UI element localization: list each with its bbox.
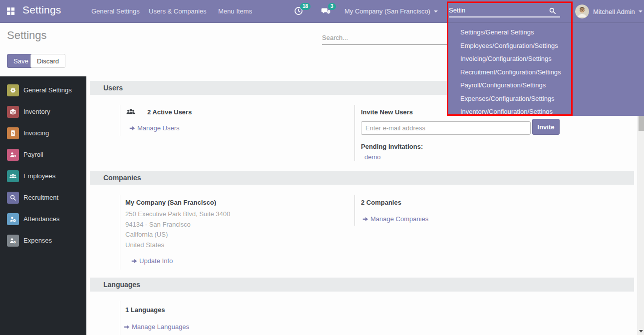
users-group-icon	[125, 107, 136, 119]
search-suggestion[interactable]: Employees/Configuration/Settings	[460, 39, 644, 53]
sidebar-item-label: Expenses	[23, 237, 52, 244]
sidebar-item-inventory[interactable]: Inventory	[0, 101, 86, 122]
avatar	[575, 4, 589, 18]
pending-invitation-user-link[interactable]: demo	[364, 153, 381, 161]
menu-users-companies[interactable]: Users & Companies	[149, 7, 207, 15]
sidebar-item-expenses[interactable]: $ Expenses	[0, 230, 86, 251]
search-input-underline	[449, 16, 560, 17]
invite-email-input[interactable]	[361, 121, 531, 135]
sidebar-item-label: Attendances	[23, 215, 59, 223]
people-icon	[7, 170, 19, 182]
menu-search-dropdown: Settings/General Settings Employees/Conf…	[447, 23, 644, 116]
sidebar-item-employees[interactable]: Employees	[0, 165, 86, 187]
arrow-right-icon	[362, 216, 368, 222]
sidebar-item-label: Recruitment	[23, 194, 58, 201]
svg-text:$: $	[13, 240, 16, 244]
page-title: Settings	[7, 29, 47, 42]
search-suggestion[interactable]: Expenses/Configuration/Settings	[460, 92, 644, 106]
company-info-box: My Company (San Francisco) 250 Executive…	[120, 195, 334, 270]
svg-text:$: $	[12, 131, 14, 135]
manage-languages-link[interactable]: Manage Languages	[124, 323, 189, 331]
sidebar-item-label: Payroll	[23, 151, 43, 158]
person-dollar-icon: $	[7, 235, 19, 247]
section-header-languages: Languages	[90, 278, 634, 292]
sidebar-item-general-settings[interactable]: General Settings	[0, 79, 86, 101]
menu-search-input[interactable]	[449, 3, 546, 16]
company-address-line: 250 Executive Park Blvd, Suite 3400	[125, 210, 230, 218]
sidebar-item-payroll[interactable]: $ Payroll	[0, 144, 86, 165]
search-suggestion[interactable]: Payroll/Configuration/Settings	[460, 79, 644, 92]
search-suggestion[interactable]: Invoicing/Configuration/Settings	[460, 52, 644, 66]
pending-invitations-label: Pending Invitations:	[361, 143, 423, 150]
scrollbar-down-arrow-icon[interactable]	[639, 330, 643, 333]
odoo-settings-screen: Settings General Settings Users & Compan…	[0, 0, 644, 335]
company-switcher-label: My Company (San Francisco)	[344, 7, 430, 15]
magnifier-icon	[7, 192, 19, 204]
languages-count: 1 Languages	[125, 306, 165, 314]
chevron-down-icon	[434, 10, 438, 12]
arrow-right-icon	[124, 324, 130, 330]
sidebar-item-label: Inventory	[23, 108, 50, 115]
manage-companies-link[interactable]: Manage Companies	[362, 215, 428, 223]
payroll-icon: $	[7, 149, 19, 161]
app-title[interactable]: Settings	[22, 4, 61, 16]
person-clock-icon	[7, 213, 19, 225]
pending-user-label: demo	[364, 153, 381, 161]
company-address-line: 94134 - San Francisco	[125, 221, 191, 228]
chevron-down-icon	[639, 10, 643, 12]
sidebar-item-attendances[interactable]: Attendances	[0, 208, 86, 230]
message-count-badge: 3	[328, 3, 336, 10]
active-users-count: 2 Active Users	[147, 108, 192, 116]
svg-text:$: $	[14, 155, 15, 157]
arrow-right-icon	[131, 258, 137, 264]
search-suggestion[interactable]: Settings/General Settings	[460, 26, 644, 39]
activity-count-badge: 18	[300, 3, 311, 10]
user-name: Mitchell Admin	[593, 8, 635, 15]
search-suggestion[interactable]: Inventory/Configuration/Settings	[460, 105, 644, 119]
languages-box: 1 Languages Manage Languages	[120, 301, 334, 335]
apps-grid-icon[interactable]	[6, 7, 15, 16]
invite-button[interactable]: Invite	[532, 119, 560, 135]
companies-count-box: 2 Companies Manage Companies	[354, 195, 569, 226]
sidebar-item-invoicing[interactable]: $ Invoicing	[0, 122, 86, 144]
update-info-label: Update Info	[139, 257, 173, 265]
top-navbar: Settings General Settings Users & Compan…	[0, 0, 644, 23]
manage-users-label: Manage Users	[137, 124, 180, 132]
search-suggestion[interactable]: Recruitment/Configuration/Settings	[460, 66, 644, 79]
sidebar-item-recruitment[interactable]: Recruitment	[0, 187, 86, 208]
sidebar-item-label: Employees	[23, 172, 55, 180]
user-menu[interactable]: Mitchell Admin	[575, 4, 643, 18]
invite-new-users-label: Invite New Users	[361, 108, 413, 116]
update-info-link[interactable]: Update Info	[131, 257, 173, 265]
gear-icon	[7, 84, 19, 96]
sidebar-item-label: Invoicing	[23, 129, 49, 137]
manage-languages-label: Manage Languages	[132, 323, 189, 331]
box-icon	[7, 106, 19, 118]
manage-users-link[interactable]: Manage Users	[129, 124, 180, 132]
invoice-icon: $	[7, 127, 19, 139]
manage-companies-label: Manage Companies	[370, 215, 428, 223]
arrow-right-icon	[129, 125, 135, 131]
active-users-box: 2 Active Users Manage Users	[120, 105, 334, 136]
discard-button[interactable]: Discard	[30, 54, 65, 68]
company-address-line: United States	[125, 241, 164, 249]
company-name: My Company (San Francisco)	[125, 199, 216, 206]
section-title: Companies	[103, 171, 141, 185]
menu-general-settings[interactable]: General Settings	[91, 7, 140, 15]
company-address-line: California (US)	[125, 231, 168, 238]
company-switcher[interactable]: My Company (San Francisco)	[344, 7, 438, 15]
settings-sidebar: General Settings Inventory $ Invoicing $…	[0, 76, 86, 335]
search-icon[interactable]	[548, 6, 557, 17]
menu-menu-items[interactable]: Menu Items	[218, 7, 252, 15]
section-header-companies: Companies	[90, 171, 634, 185]
settings-search-input[interactable]	[322, 31, 447, 45]
section-title: Languages	[103, 278, 140, 292]
companies-count: 2 Companies	[361, 199, 401, 206]
section-title: Users	[103, 81, 123, 95]
sidebar-item-label: General Settings	[23, 86, 72, 94]
